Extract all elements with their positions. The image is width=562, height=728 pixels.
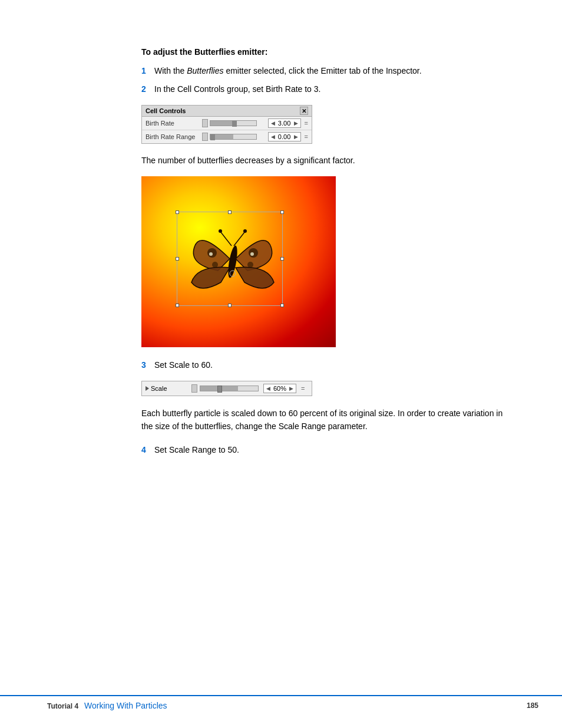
birth-rate-label: Birth Rate bbox=[146, 120, 199, 127]
step-text-3: Set Scale to 60. bbox=[154, 359, 213, 371]
step3-list: 3 Set Scale to 60. bbox=[141, 359, 515, 371]
handle-bc bbox=[228, 304, 232, 307]
step-text-2: In the Cell Controls group, set Birth Ra… bbox=[154, 83, 320, 95]
birth-rate-range-value-box[interactable]: ◀ 0.00 ▶ bbox=[268, 132, 301, 141]
scale-slider-group bbox=[191, 384, 259, 393]
scale-label: Scale bbox=[146, 385, 187, 392]
scale-value: 60% bbox=[272, 385, 288, 392]
svg-point-5 bbox=[209, 252, 213, 256]
footer-page-number: 185 bbox=[527, 701, 538, 710]
svg-point-9 bbox=[219, 229, 222, 233]
step3-description: Each butterfly particle is scaled down t… bbox=[141, 407, 515, 433]
birth-rate-value-box[interactable]: ◀ 3.00 ▶ bbox=[268, 118, 301, 128]
svg-point-0 bbox=[226, 245, 239, 278]
step-number-1: 1 bbox=[141, 65, 154, 77]
scale-expand-icon[interactable] bbox=[146, 386, 149, 391]
birth-rate-slider[interactable] bbox=[210, 120, 257, 126]
page-footer: Tutorial 4 Working With Particles 185 bbox=[0, 695, 562, 710]
step-list: 1 With the Butterflies emitter selected,… bbox=[141, 65, 515, 95]
birth-rate-range-label: Birth Rate Range bbox=[146, 133, 199, 140]
step-3: 3 Set Scale to 60. bbox=[141, 359, 515, 371]
step-4: 4 Set Scale Range to 50. bbox=[141, 444, 515, 456]
handle-ml bbox=[176, 257, 179, 261]
step-text-1: With the Butterflies emitter selected, c… bbox=[154, 65, 422, 77]
handle-tr bbox=[280, 210, 284, 214]
birth-rate-row: Birth Rate ◀ 3.00 ▶ = bbox=[142, 117, 312, 130]
svg-line-7 bbox=[221, 232, 232, 246]
cell-controls-panel: Cell Controls ✕ Birth Rate ◀ 3.00 ▶ = Bi… bbox=[141, 105, 312, 144]
handle-br bbox=[280, 304, 284, 307]
step-1: 1 With the Butterflies emitter selected,… bbox=[141, 65, 515, 77]
birth-rate-range-value: 0.00 bbox=[276, 133, 293, 140]
birth-rate-range-eq: = bbox=[305, 133, 308, 140]
butterfly-image bbox=[141, 176, 336, 347]
scale-value-box[interactable]: ◀ 60% ▶ bbox=[263, 384, 296, 393]
handle-bl bbox=[176, 304, 179, 307]
footer-tutorial-name: Working With Particles bbox=[84, 701, 167, 710]
scale-label-text: Scale bbox=[151, 385, 167, 392]
scale-panel: Scale ◀ 60% ▶ = bbox=[141, 381, 312, 396]
birth-rate-increase[interactable]: ▶ bbox=[294, 120, 298, 126]
panel-title: Cell Controls bbox=[146, 107, 186, 114]
butterfly-description: The number of butterflies decreases by a… bbox=[141, 154, 515, 167]
svg-point-2 bbox=[212, 262, 218, 268]
slider-thumb-icon bbox=[202, 119, 208, 127]
scale-row: Scale ◀ 60% ▶ = bbox=[142, 381, 312, 396]
birth-rate-decrease[interactable]: ◀ bbox=[271, 120, 275, 126]
panel-header: Cell Controls ✕ bbox=[142, 106, 312, 117]
handle-tc bbox=[228, 210, 232, 214]
section-heading: To adjust the Butterflies emitter: bbox=[141, 47, 515, 57]
birth-rate-eq: = bbox=[305, 120, 308, 127]
birth-rate-range-slider[interactable] bbox=[210, 134, 257, 140]
birth-rate-range-increase[interactable]: ▶ bbox=[294, 134, 298, 140]
scale-increase[interactable]: ▶ bbox=[289, 386, 293, 391]
svg-point-6 bbox=[250, 252, 254, 256]
birth-rate-range-row: Birth Rate Range ◀ 0.00 ▶ = bbox=[142, 130, 312, 143]
scale-thumb-icon bbox=[191, 384, 197, 393]
svg-point-4 bbox=[247, 262, 253, 268]
svg-line-8 bbox=[234, 232, 244, 246]
birth-rate-slider-track bbox=[202, 119, 265, 127]
handle-tl bbox=[176, 210, 179, 214]
scale-decrease[interactable]: ◀ bbox=[266, 386, 270, 391]
step4-list: 4 Set Scale Range to 50. bbox=[141, 444, 515, 456]
step-2: 2 In the Cell Controls group, set Birth … bbox=[141, 83, 515, 95]
footer-tutorial-info: Tutorial 4 Working With Particles bbox=[47, 701, 167, 710]
step-number-4: 4 bbox=[141, 444, 154, 456]
panel-close-button[interactable]: ✕ bbox=[300, 107, 308, 115]
scale-eq: = bbox=[301, 385, 305, 392]
butterfly-svg bbox=[183, 218, 283, 300]
birth-rate-value: 3.00 bbox=[276, 120, 293, 127]
svg-point-10 bbox=[243, 229, 247, 233]
slider-range-thumb-icon bbox=[202, 133, 208, 141]
step-number-2: 2 bbox=[141, 83, 154, 95]
birth-rate-range-slider-track bbox=[202, 133, 265, 141]
step-text-4: Set Scale Range to 50. bbox=[154, 444, 239, 456]
footer-tutorial-label: Tutorial 4 bbox=[47, 702, 78, 710]
birth-rate-range-decrease[interactable]: ◀ bbox=[271, 134, 275, 140]
step-number-3: 3 bbox=[141, 359, 154, 371]
scale-slider[interactable] bbox=[200, 386, 259, 391]
